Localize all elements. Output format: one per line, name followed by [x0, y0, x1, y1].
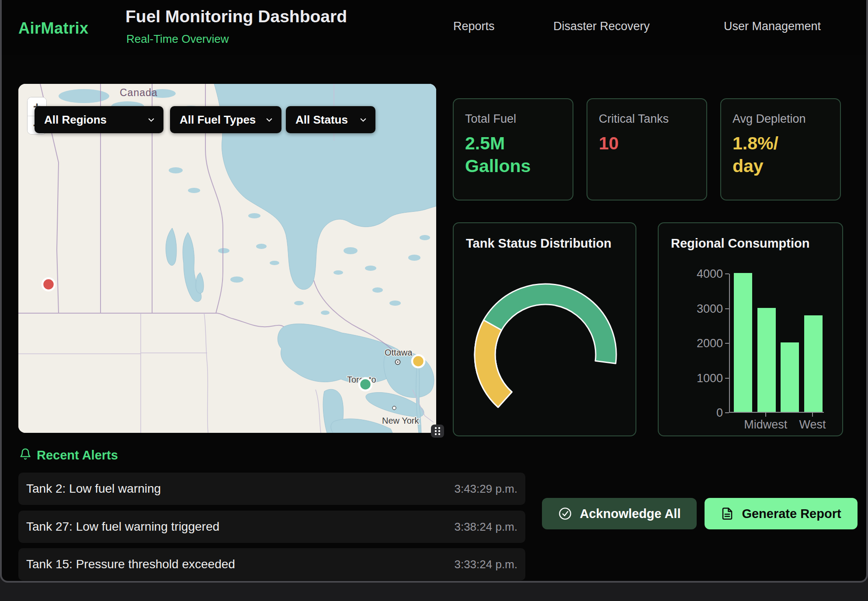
- nav-item-user-management[interactable]: User Management: [724, 20, 821, 33]
- regional-consumption-bar-chart: [729, 274, 824, 413]
- tank-status-panel: Tank Status Distribution: [453, 222, 636, 436]
- town-marker-ottawa: [396, 360, 400, 365]
- brand-logo[interactable]: AirMatrix: [18, 19, 89, 38]
- generate-report-button[interactable]: Generate Report: [705, 498, 858, 529]
- stat-value: 1.8%/day: [733, 132, 788, 177]
- alert-row[interactable]: Tank 15: Pressure threshold exceeded 3:3…: [18, 548, 525, 580]
- y-axis-tick-label: 3000: [681, 302, 723, 316]
- y-axis-tick-label: 0: [681, 406, 723, 420]
- y-axis-tick-mark: [725, 412, 729, 413]
- town-marker-newyork: [392, 406, 396, 410]
- region-filter-dropdown[interactable]: All Regions: [35, 106, 163, 133]
- bar-1[interactable]: [757, 308, 776, 412]
- nav-item-reports[interactable]: Reports: [453, 20, 495, 33]
- y-axis-tick-label: 4000: [681, 267, 723, 281]
- map-label-newyork: New York: [382, 416, 419, 425]
- regional-consumption-panel: Regional Consumption 01000200030004000Mi…: [658, 222, 843, 436]
- acknowledge-all-label: Acknowledge All: [580, 507, 681, 521]
- alert-row[interactable]: Tank 27: Low fuel warning triggered 3:38…: [18, 511, 525, 543]
- x-axis-tick-mark: [765, 413, 766, 417]
- y-axis-tick-mark: [725, 343, 729, 344]
- map-label-canada: Canada: [120, 87, 158, 98]
- y-axis-tick-label: 1000: [681, 372, 723, 385]
- stat-label: Avg Depletion: [733, 112, 829, 126]
- regional-consumption-title: Regional Consumption: [671, 236, 809, 251]
- alert-message: Tank 2: Low fuel warning: [26, 482, 161, 496]
- alert-time: 3:43:29 p.m.: [454, 482, 517, 496]
- map-canvas: Canada Ottawa Toronto New York: [18, 84, 436, 433]
- stat-value: 2.5M Gallons: [465, 132, 552, 177]
- page-subtitle: Real-Time Overview: [126, 32, 229, 46]
- map-label-ottawa: Ottawa: [385, 348, 413, 357]
- map[interactable]: Canada Ottawa Toronto New York + − All R…: [18, 84, 436, 433]
- stat-label: Critical Tanks: [599, 112, 695, 126]
- app-header: AirMatrix Fuel Monitoring Dashboard Real…: [2, 0, 866, 55]
- y-axis-tick-label: 2000: [681, 337, 723, 350]
- region-filter-value: All Regions: [44, 113, 107, 127]
- tank-marker-normal[interactable]: [359, 378, 372, 390]
- fuel-type-filter-value: All Fuel Types: [180, 113, 256, 127]
- stat-card-critical-tanks: Critical Tanks 10: [587, 98, 707, 200]
- stat-label: Total Fuel: [465, 112, 561, 126]
- chevron-down-icon: [265, 115, 274, 124]
- check-circle-icon: [558, 507, 572, 521]
- alert-time: 3:33:24 p.m.: [454, 558, 517, 571]
- tank-status-donut-chart: [454, 223, 637, 437]
- bell-icon: [19, 447, 31, 461]
- status-filter-value: All Status: [295, 113, 348, 127]
- status-filter-dropdown[interactable]: All Status: [286, 106, 375, 133]
- drag-handle-icon[interactable]: [431, 425, 444, 438]
- bar-3[interactable]: [804, 315, 823, 412]
- y-axis-tick-mark: [725, 378, 729, 379]
- stat-value: 10: [599, 132, 695, 155]
- chevron-down-icon: [359, 115, 368, 124]
- stat-card-avg-depletion: Avg Depletion 1.8%/day: [720, 98, 841, 200]
- acknowledge-all-button[interactable]: Acknowledge All: [542, 498, 697, 529]
- bar-2[interactable]: [781, 342, 799, 412]
- tank-marker-critical[interactable]: [42, 278, 55, 290]
- y-axis-tick-mark: [725, 273, 729, 274]
- stat-card-total-fuel: Total Fuel 2.5M Gallons: [453, 98, 573, 200]
- tank-marker-warning[interactable]: [412, 355, 424, 367]
- chevron-down-icon: [147, 115, 156, 124]
- page-title: Fuel Monitoring Dashboard: [125, 7, 347, 26]
- app-window: AirMatrix Fuel Monitoring Dashboard Real…: [0, 0, 868, 583]
- y-axis-tick-mark: [725, 308, 729, 309]
- generate-report-label: Generate Report: [742, 507, 841, 521]
- desktop-background: [0, 583, 868, 601]
- file-text-icon: [721, 507, 734, 520]
- nav-item-disaster-recovery[interactable]: Disaster Recovery: [553, 20, 650, 33]
- donut-slice-warning[interactable]: [475, 320, 512, 407]
- x-axis-tick-mark: [812, 413, 813, 417]
- recent-alerts-title: Recent Alerts: [37, 448, 118, 463]
- alert-row[interactable]: Tank 2: Low fuel warning 3:43:29 p.m.: [18, 473, 525, 505]
- alert-message: Tank 15: Pressure threshold exceeded: [26, 557, 235, 571]
- x-axis-tick-label: West: [782, 418, 843, 432]
- bar-0[interactable]: [734, 273, 752, 412]
- fuel-type-filter-dropdown[interactable]: All Fuel Types: [170, 106, 281, 133]
- alert-time: 3:38:24 p.m.: [454, 520, 517, 534]
- alert-message: Tank 27: Low fuel warning triggered: [26, 520, 219, 534]
